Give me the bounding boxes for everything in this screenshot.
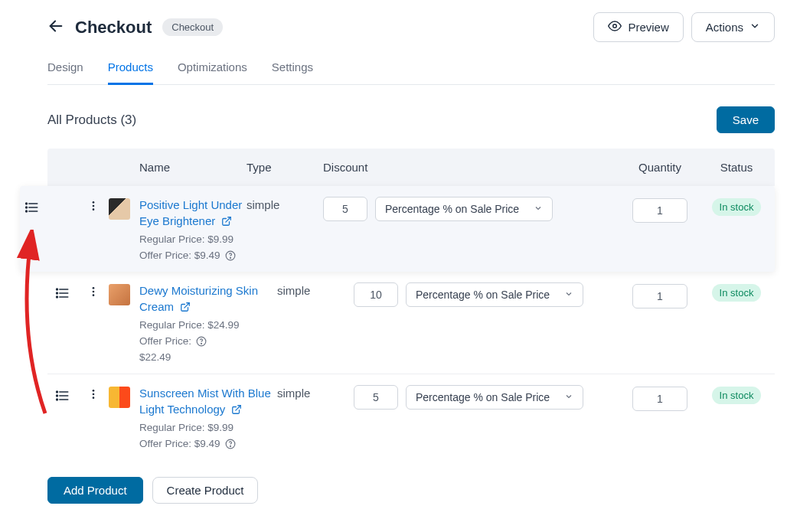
- svg-point-20: [93, 287, 95, 289]
- create-product-button[interactable]: Create Product: [152, 477, 259, 504]
- chevron-down-icon: [564, 289, 573, 301]
- svg-point-22: [93, 294, 95, 296]
- svg-point-7: [26, 211, 28, 212]
- col-discount: Discount: [323, 161, 622, 174]
- row-menu-icon[interactable]: [87, 388, 100, 400]
- discount-type-value: Percentage % on Sale Price: [416, 289, 550, 301]
- svg-point-21: [93, 291, 95, 293]
- external-link-icon[interactable]: [231, 405, 242, 417]
- tab-settings[interactable]: Settings: [272, 60, 313, 85]
- regular-price: Regular Price: $24.99: [139, 319, 277, 331]
- discount-type-value: Percentage % on Sale Price: [385, 203, 519, 215]
- help-icon[interactable]: [225, 439, 236, 449]
- top-bar: Checkout Checkout Preview Actions: [47, 12, 775, 42]
- product-thumbnail: [109, 387, 130, 408]
- col-type: Type: [247, 161, 323, 174]
- quantity-input[interactable]: [632, 198, 687, 223]
- svg-point-13: [230, 257, 230, 258]
- discount-type-select[interactable]: Percentage % on Sale Price: [406, 385, 583, 410]
- product-type: simple: [247, 197, 323, 211]
- discount-input[interactable]: [354, 385, 398, 410]
- svg-line-23: [185, 303, 189, 308]
- drag-handle-icon[interactable]: [55, 286, 70, 301]
- svg-point-30: [57, 395, 58, 397]
- actions-label: Actions: [706, 21, 743, 34]
- discount-type-select[interactable]: Percentage % on Sale Price: [406, 282, 583, 307]
- tab-optimizations[interactable]: Optimizations: [178, 60, 247, 85]
- quantity-input[interactable]: [632, 284, 687, 308]
- tabs: Design Products Optimizations Settings: [47, 60, 775, 85]
- help-icon[interactable]: [225, 250, 236, 261]
- tab-design[interactable]: Design: [47, 60, 83, 85]
- col-quantity: Quantity: [622, 161, 698, 174]
- product-link[interactable]: Sunscreen Mist With Blue Light Technolog…: [139, 387, 271, 416]
- svg-point-37: [230, 446, 230, 446]
- table-header: Name Type Discount Quantity Status: [47, 149, 775, 186]
- table-row: Sunscreen Mist With Blue Light Technolog…: [47, 374, 775, 460]
- svg-point-19: [57, 296, 58, 298]
- back-arrow-icon[interactable]: [47, 18, 64, 37]
- offer-price: Offer Price:: [139, 335, 277, 347]
- chevron-down-icon: [564, 391, 573, 403]
- external-link-icon[interactable]: [180, 302, 191, 315]
- col-status: Status: [698, 161, 775, 174]
- row-menu-icon[interactable]: [87, 200, 100, 212]
- section-title: All Products (3): [47, 113, 136, 128]
- offer-price-value: $22.49: [139, 351, 277, 363]
- svg-point-1: [613, 24, 617, 28]
- svg-point-31: [57, 399, 58, 400]
- discount-type-value: Percentage % on Sale Price: [416, 391, 550, 403]
- chevron-down-icon: [534, 203, 543, 215]
- offer-price: Offer Price: $9.49: [139, 438, 277, 449]
- svg-point-6: [26, 207, 28, 208]
- product-type: simple: [277, 385, 354, 400]
- save-button[interactable]: Save: [717, 106, 775, 133]
- svg-line-11: [226, 217, 230, 222]
- preview-label: Preview: [628, 21, 668, 34]
- help-icon[interactable]: [196, 336, 207, 347]
- svg-line-35: [236, 406, 240, 410]
- discount-input[interactable]: [354, 282, 398, 307]
- status-badge: In stock: [712, 387, 762, 404]
- chevron-down-icon: [749, 21, 760, 34]
- quantity-input[interactable]: [632, 387, 687, 411]
- discount-input[interactable]: [323, 197, 367, 221]
- offer-price: Offer Price: $9.49: [139, 250, 247, 261]
- svg-point-9: [93, 205, 95, 207]
- svg-point-10: [93, 208, 95, 211]
- drag-handle-icon[interactable]: [55, 388, 70, 403]
- status-badge: In stock: [712, 284, 762, 302]
- drag-handle-icon[interactable]: [24, 200, 40, 215]
- eye-icon: [608, 19, 622, 35]
- external-link-icon[interactable]: [221, 217, 232, 229]
- context-badge: Checkout: [162, 18, 223, 36]
- row-menu-icon[interactable]: [87, 286, 100, 298]
- product-thumbnail: [109, 198, 130, 220]
- svg-point-5: [26, 203, 28, 204]
- svg-point-8: [93, 201, 95, 204]
- svg-point-17: [57, 289, 58, 290]
- product-link[interactable]: Dewy Moisturizing Skin Cream: [139, 284, 258, 313]
- add-product-button[interactable]: Add Product: [47, 477, 143, 504]
- svg-point-18: [57, 292, 58, 294]
- actions-button[interactable]: Actions: [691, 12, 775, 42]
- tab-products[interactable]: Products: [108, 60, 153, 85]
- regular-price: Regular Price: $9.99: [139, 233, 247, 245]
- svg-point-32: [93, 390, 95, 392]
- discount-type-select[interactable]: Percentage % on Sale Price: [375, 197, 553, 221]
- col-name: Name: [139, 161, 247, 174]
- svg-point-34: [93, 397, 95, 399]
- product-type: simple: [277, 282, 354, 297]
- table-row: Positive Light Under Eye Brightener Regu…: [20, 186, 775, 272]
- status-badge: In stock: [712, 198, 762, 216]
- regular-price: Regular Price: $9.99: [139, 422, 277, 433]
- preview-button[interactable]: Preview: [593, 12, 683, 42]
- svg-point-25: [201, 343, 202, 344]
- product-thumbnail: [109, 284, 130, 305]
- svg-point-29: [57, 391, 58, 393]
- table-row: Dewy Moisturizing Skin Cream Regular Pri…: [47, 272, 775, 374]
- page-title: Checkout: [75, 18, 152, 38]
- svg-point-33: [93, 393, 95, 396]
